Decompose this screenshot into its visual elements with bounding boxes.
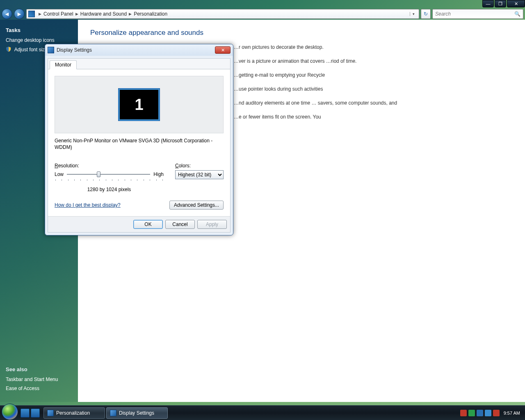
resolution-label: Resolution: [55,163,164,169]
tray-volume-icon[interactable] [493,410,500,416]
monitor-description: Generic Non-PnP Monitor on VMware SVGA 3… [55,137,224,151]
start-button[interactable] [2,404,18,420]
tray-update-icon[interactable] [468,410,475,416]
search-input[interactable] [435,11,514,17]
resolution-value: 1280 by 1024 pixels [55,187,164,192]
refresh-button[interactable]: ↻ [421,9,431,19]
section-text: …use pointer looks during such activitie… [234,85,406,93]
quick-launch-switch-windows[interactable] [31,409,40,418]
see-also-ease-of-access[interactable]: Ease of Access [6,386,72,391]
dialog-close-button[interactable]: ✕ [215,46,231,54]
dialog-title: Display Settings [57,47,92,53]
section-text: …e or fewer items fit on the screen. You [234,113,406,121]
location-icon [28,11,35,17]
resolution-slider[interactable] [67,170,150,178]
close-button[interactable]: ✕ [507,0,525,7]
section-text: …r own pictures to decorate the desktop. [234,43,406,51]
section-text: …getting e-mail to emptying your Recycle [234,71,406,79]
breadcrumb-item[interactable]: Personalization [134,11,167,17]
maximize-button[interactable]: ❐ [495,0,506,7]
system-tray[interactable]: 9:57 AM [460,410,523,416]
colors-select[interactable]: Highest (32 bit) [175,170,224,179]
monitor-icon [48,47,54,53]
taskbar-item-personalization[interactable]: Personalization [43,407,105,419]
display-settings-dialog: Display Settings ✕ Monitor 1 Generic Non… [45,44,233,235]
section-text: …ver is a picture or animation that cove… [234,57,406,65]
chevron-right-icon: ▶ [129,12,132,16]
slider-low-label: Low [55,171,64,177]
tray-display-icon[interactable] [485,410,491,416]
shield-icon [6,46,11,52]
ok-button[interactable]: OK [133,220,163,229]
section-text: …nd auditory elements at one time … save… [234,99,406,107]
search-box[interactable]: 🔍 [432,9,523,19]
breadcrumb-item[interactable]: Control Panel [43,11,73,17]
quick-launch-show-desktop[interactable] [21,409,30,418]
monitor-preview: 1 [55,76,224,133]
advanced-settings-button[interactable]: Advanced Settings... [169,201,224,210]
tasks-heading: Tasks [6,27,72,33]
taskbar-item-display-settings[interactable]: Display Settings [106,407,168,419]
breadcrumb-item[interactable]: Hardware and Sound [80,11,127,17]
taskbar: Personalization Display Settings 9:57 AM [0,405,525,420]
chevron-right-icon: ▶ [39,12,41,16]
colors-label: Colors: [175,163,224,169]
dialog-titlebar[interactable]: Display Settings ✕ [45,44,233,56]
sidebar-link-change-desktop-icons[interactable]: Change desktop icons [6,37,72,43]
app-icon [47,410,54,416]
minimize-button[interactable]: — [482,0,494,7]
watermark: The Collection Book [440,393,521,404]
cancel-button[interactable]: Cancel [165,220,195,229]
page-title: Personalize appearance and sounds [90,29,513,37]
see-also-heading: See also [6,366,72,372]
slider-high-label: High [153,171,164,177]
tray-network-icon[interactable] [477,410,483,416]
breadcrumb[interactable]: ▶ Control Panel ▶ Hardware and Sound ▶ P… [26,9,419,19]
back-button[interactable]: ◄ [2,9,12,19]
monitor-thumbnail-1[interactable]: 1 [119,89,160,121]
apply-button[interactable]: Apply [197,220,227,229]
app-icon [110,410,116,416]
see-also-taskbar[interactable]: Taskbar and Start Menu [6,377,72,382]
forward-button[interactable]: ► [14,9,25,19]
tab-monitor[interactable]: Monitor [50,60,77,69]
chevron-right-icon: ▶ [75,12,78,16]
slider-thumb[interactable] [97,171,100,177]
help-link[interactable]: How do I get the best display? [55,202,121,208]
breadcrumb-dropdown[interactable]: ▾ [410,12,417,16]
clock[interactable]: 9:57 AM [504,411,520,415]
tray-security-icon[interactable] [460,410,467,416]
search-icon: 🔍 [514,11,520,17]
